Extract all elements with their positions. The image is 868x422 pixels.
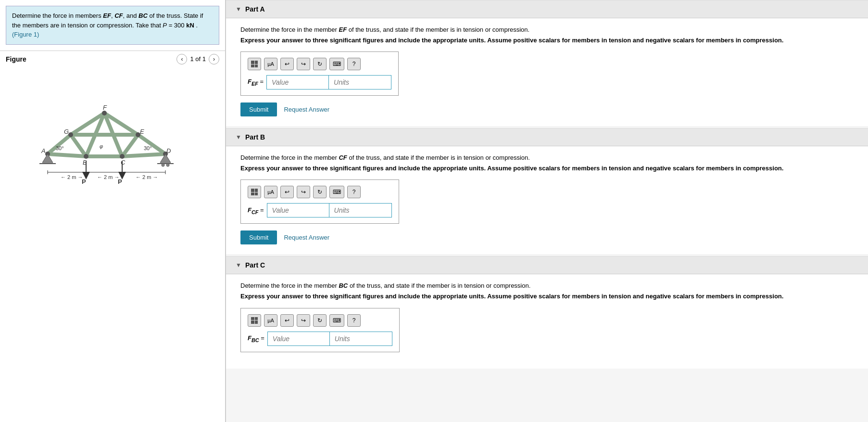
svg-point-17 bbox=[68, 132, 73, 137]
part-b-desc: Determine the force in the member CF of … bbox=[240, 154, 854, 161]
part-c-collapse-icon[interactable]: ▼ bbox=[236, 262, 241, 269]
svg-line-2 bbox=[122, 154, 165, 156]
part-b-toolbar: μA ↩ ↪ ↻ ⌨ ? bbox=[248, 186, 392, 198]
node-c-label: C bbox=[121, 159, 126, 166]
part-a-action-row: Submit Request Answer bbox=[240, 102, 854, 116]
part-a-instruction: Express your answer to three significant… bbox=[240, 36, 854, 45]
right-panel: ▼ Part A Determine the force in the memb… bbox=[226, 0, 868, 422]
part-a-mu-btn[interactable]: μA bbox=[264, 58, 277, 70]
svg-point-13 bbox=[84, 154, 88, 159]
part-b-value-input[interactable] bbox=[267, 203, 329, 217]
node-a-label: A bbox=[41, 147, 46, 154]
angle-left-label: 30° bbox=[56, 145, 64, 151]
figure-header: Figure ‹ 1 of 1 › bbox=[0, 51, 225, 67]
problem-text: Determine the force in members EF, CF, a… bbox=[12, 12, 203, 29]
part-b-action-row: Submit Request Answer bbox=[240, 230, 854, 244]
part-c-eq-label: FBC = bbox=[248, 334, 264, 343]
svg-point-24 bbox=[166, 164, 169, 166]
part-a-section: ▼ Part A Determine the force in the memb… bbox=[226, 0, 868, 126]
svg-line-0 bbox=[48, 154, 86, 156]
node-g-label: G bbox=[64, 128, 69, 135]
part-c-refresh-btn[interactable]: ↻ bbox=[313, 314, 327, 327]
part-b-mu-btn[interactable]: μA bbox=[264, 186, 277, 198]
part-c-keyboard-btn[interactable]: ⌨ bbox=[329, 314, 344, 327]
svg-point-23 bbox=[162, 164, 164, 166]
part-b-help-btn[interactable]: ? bbox=[347, 186, 361, 198]
part-a-units-input[interactable] bbox=[329, 75, 391, 90]
part-c-body: Determine the force in the member BC of … bbox=[226, 274, 868, 368]
part-a-answer-box: μA ↩ ↪ ↻ ⌨ ? FEF = bbox=[240, 51, 399, 96]
part-a-help-btn[interactable]: ? bbox=[347, 58, 361, 70]
truss-svg: A B C D F G E 30° 30° φ bbox=[21, 77, 204, 188]
phi-label: φ bbox=[100, 143, 103, 149]
dim-bc: ← 2 m → bbox=[97, 174, 119, 180]
part-b-eq-label: FCF = bbox=[248, 206, 264, 215]
part-c-answer-box: μA ↩ ↪ ↻ ⌨ ? FBC = bbox=[240, 308, 400, 352]
part-b-units-input[interactable] bbox=[329, 203, 392, 217]
figure-link[interactable]: (Figure 1) bbox=[12, 31, 39, 38]
part-c-redo-btn[interactable]: ↪ bbox=[297, 314, 310, 327]
figure-scroll-area: A B C D F G E 30° 30° φ bbox=[0, 67, 225, 422]
angle-right-label: 30° bbox=[144, 145, 152, 151]
part-b-keyboard-btn[interactable]: ⌨ bbox=[329, 186, 344, 198]
part-c-header: ▼ Part C bbox=[226, 256, 868, 274]
part-c-value-input[interactable] bbox=[267, 332, 330, 346]
part-a-redo-btn[interactable]: ↪ bbox=[297, 58, 310, 70]
figure-page: 1 of 1 bbox=[190, 55, 206, 63]
part-c-instruction: Express your answer to three significant… bbox=[240, 292, 854, 301]
part-b-request-link[interactable]: Request Answer bbox=[284, 234, 329, 241]
part-a-keyboard-btn[interactable]: ⌨ bbox=[329, 58, 344, 70]
node-f-label: F bbox=[103, 104, 107, 111]
svg-point-14 bbox=[120, 154, 125, 159]
part-c-units-input[interactable] bbox=[330, 332, 392, 346]
part-b-grid-btn[interactable] bbox=[248, 186, 261, 198]
svg-point-16 bbox=[102, 111, 107, 115]
part-a-submit-button[interactable]: Submit bbox=[240, 102, 277, 116]
part-a-label: Part A bbox=[245, 5, 265, 13]
dim-ab: ← 2 m → bbox=[61, 174, 83, 180]
svg-line-3 bbox=[48, 135, 71, 154]
part-b-collapse-icon[interactable]: ▼ bbox=[236, 134, 241, 141]
part-c-undo-btn[interactable]: ↩ bbox=[280, 314, 294, 327]
part-b-undo-btn[interactable]: ↩ bbox=[280, 186, 294, 198]
figure-prev-button[interactable]: ‹ bbox=[176, 54, 187, 64]
load-p-c: P bbox=[118, 178, 122, 185]
part-a-eq-label: FEF = bbox=[248, 78, 264, 87]
part-a-collapse-icon[interactable]: ▼ bbox=[236, 6, 241, 13]
part-a-desc: Determine the force in the member EF of … bbox=[240, 26, 854, 33]
node-d-label: D bbox=[166, 147, 171, 154]
part-a-refresh-btn[interactable]: ↻ bbox=[313, 58, 327, 70]
part-a-undo-btn[interactable]: ↩ bbox=[280, 58, 294, 70]
part-c-section: ▼ Part C Determine the force in the memb… bbox=[226, 256, 868, 368]
part-c-help-btn[interactable]: ? bbox=[347, 314, 361, 327]
part-b-input-row: FCF = bbox=[248, 203, 392, 217]
part-c-label: Part C bbox=[245, 261, 265, 269]
part-b-answer-box: μA ↩ ↪ ↻ ⌨ ? FCF = bbox=[240, 179, 399, 224]
part-a-header: ▼ Part A bbox=[226, 0, 868, 18]
problem-statement: Determine the force in members EF, CF, a… bbox=[6, 6, 219, 45]
part-c-desc: Determine the force in the member BC of … bbox=[240, 282, 854, 289]
part-c-mu-btn[interactable]: μA bbox=[264, 314, 277, 327]
part-a-grid-btn[interactable] bbox=[248, 58, 261, 70]
part-a-value-input[interactable] bbox=[266, 75, 329, 90]
part-c-input-row: FBC = bbox=[248, 332, 392, 346]
part-c-toolbar: μA ↩ ↪ ↻ ⌨ ? bbox=[248, 314, 392, 327]
part-b-header: ▼ Part B bbox=[226, 128, 868, 146]
svg-line-6 bbox=[138, 135, 165, 154]
part-b-refresh-btn[interactable]: ↻ bbox=[313, 186, 327, 198]
part-c-grid-btn[interactable] bbox=[248, 314, 261, 327]
figure-next-button[interactable]: › bbox=[209, 54, 219, 64]
part-b-section: ▼ Part B Determine the force in the memb… bbox=[226, 128, 868, 254]
load-p-b: P bbox=[82, 178, 86, 185]
part-b-instruction: Express your answer to three significant… bbox=[240, 164, 854, 173]
part-a-input-row: FEF = bbox=[248, 75, 391, 90]
figure-title: Figure bbox=[6, 55, 26, 63]
part-b-label: Part B bbox=[245, 133, 265, 141]
node-e-label: E bbox=[140, 128, 144, 135]
part-b-submit-button[interactable]: Submit bbox=[240, 230, 277, 244]
part-b-redo-btn[interactable]: ↪ bbox=[297, 186, 310, 198]
part-a-toolbar: μA ↩ ↪ ↻ ⌨ ? bbox=[248, 58, 391, 70]
truss-figure: A B C D F G E 30° 30° φ bbox=[0, 67, 225, 188]
svg-line-7 bbox=[71, 135, 86, 156]
part-a-request-link[interactable]: Request Answer bbox=[284, 106, 329, 113]
